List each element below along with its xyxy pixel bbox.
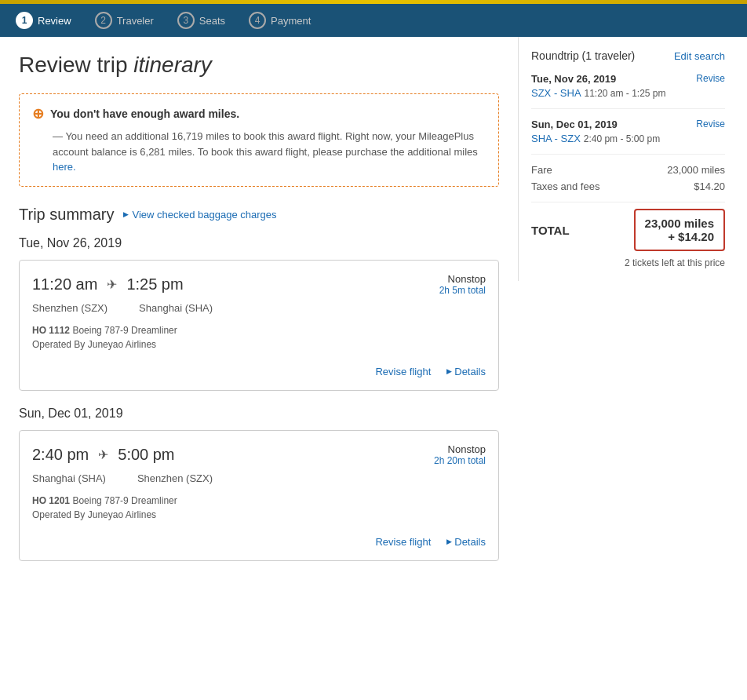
page-title: Review trip itinerary <box>19 53 499 78</box>
outbound-arrive-time: 1:25 pm <box>126 275 183 293</box>
left-content: Review trip itinerary ⊕ You don't have e… <box>0 37 518 592</box>
sidebar-return-revise[interactable]: Revise <box>696 118 725 129</box>
outbound-duration: 2h 5m total <box>439 285 486 296</box>
sidebar-return-time: 2:40 pm - 5:00 pm <box>584 133 660 144</box>
outbound-actions: Revise flight Details <box>32 366 486 377</box>
progress-bar: 1 Review 2 Traveler 3 Seats 4 Payment <box>0 4 747 37</box>
step-circle-3: 3 <box>177 12 195 29</box>
outbound-to-city: Shanghai (SHA) <box>139 302 213 314</box>
return-revise-link[interactable]: Revise flight <box>375 536 431 548</box>
step-seats[interactable]: 3 Seats <box>177 12 225 29</box>
outbound-flight-number: HO 1112 Boeing 787-9 Dreamliner <box>32 325 486 336</box>
edit-search-link[interactable]: Edit search <box>674 50 725 62</box>
sidebar-taxes-row: Taxes and fees $14.20 <box>531 180 725 192</box>
sidebar-trip-type: Roundtrip (1 traveler) <box>531 49 635 62</box>
alert-body: — You need an additional 16,719 miles to… <box>32 129 486 175</box>
return-details-link[interactable]: Details <box>446 536 486 548</box>
sidebar-outbound-time: 11:20 am - 1:25 pm <box>584 88 665 99</box>
sidebar-total-value: 23,000 miles + $14.20 <box>634 209 725 251</box>
return-to-city: Shenzhen (SZX) <box>137 472 213 484</box>
sidebar-tickets-left: 2 tickets left at this price <box>531 257 725 268</box>
return-airports: Shanghai (SHA) Shenzhen (SZX) <box>32 472 486 484</box>
return-arrow-icon: ✈ <box>98 447 108 462</box>
sidebar-fare-label: Fare <box>531 164 552 176</box>
main-layout: Review trip itinerary ⊕ You don't have e… <box>0 37 747 592</box>
step-review[interactable]: 1 Review <box>16 12 71 29</box>
sidebar-total-label: TOTAL <box>531 224 570 237</box>
return-depart-time: 2:40 pm <box>32 446 89 464</box>
trip-summary-title: Trip summary <box>19 206 114 224</box>
step-traveler[interactable]: 2 Traveler <box>95 12 154 29</box>
outbound-airports: Shenzhen (SZX) Shanghai (SHA) <box>32 302 486 314</box>
outbound-date-heading: Tue, Nov 26, 2019 <box>19 236 499 250</box>
step-payment[interactable]: 4 Payment <box>249 12 311 29</box>
baggage-link[interactable]: View checked baggage charges <box>123 209 276 221</box>
sidebar-header: Roundtrip (1 traveler) Edit search <box>531 49 725 62</box>
outbound-nonstop-label: Nonstop <box>439 273 486 285</box>
return-date-heading: Sun, Dec 01, 2019 <box>19 407 499 421</box>
alert-box: ⊕ You don't have enough award miles. — Y… <box>19 93 499 187</box>
outbound-revise-link[interactable]: Revise flight <box>375 366 431 377</box>
return-from-city: Shanghai (SHA) <box>32 472 106 484</box>
sidebar-fare-row: Fare 23,000 miles <box>531 164 725 176</box>
total-miles: 23,000 miles <box>645 217 714 230</box>
sidebar-outbound-flight: Revise Tue, Nov 26, 2019 SZX - SHA 11:20… <box>531 73 725 109</box>
alert-header: ⊕ You don't have enough award miles. <box>32 105 486 122</box>
sidebar-taxes-label: Taxes and fees <box>531 180 599 192</box>
return-duration: 2h 20m total <box>434 455 486 466</box>
warning-icon: ⊕ <box>32 105 44 122</box>
step-circle-1: 1 <box>16 12 33 29</box>
trip-summary-header: Trip summary View checked baggage charge… <box>19 206 499 224</box>
right-sidebar: Roundtrip (1 traveler) Edit search Revis… <box>518 37 738 281</box>
return-arrive-time: 5:00 pm <box>118 446 174 464</box>
outbound-arrow-icon: ✈ <box>107 277 117 292</box>
return-flight-card: 2:40 pm ✈ 5:00 pm Nonstop 2h 20m total S… <box>19 430 499 561</box>
outbound-flight-card: 11:20 am ✈ 1:25 pm Nonstop 2h 5m total S… <box>19 260 499 391</box>
outbound-flight-times: 11:20 am ✈ 1:25 pm Nonstop 2h 5m total <box>32 273 486 296</box>
return-operated-by: Operated By Juneyao Airlines <box>32 509 486 520</box>
alert-text: — You need an additional 16,719 miles to… <box>53 130 478 158</box>
sidebar-return-route: SHA - SZX <box>531 133 581 144</box>
outbound-operated-by: Operated By Juneyao Airlines <box>32 339 486 350</box>
alert-link[interactable]: here. <box>53 161 76 173</box>
sidebar-outbound-revise[interactable]: Revise <box>696 73 725 84</box>
step-label-review: Review <box>38 15 71 27</box>
step-circle-2: 2 <box>95 12 112 29</box>
step-label-traveler: Traveler <box>117 15 154 27</box>
return-nonstop-col: Nonstop 2h 20m total <box>434 443 486 466</box>
sidebar-total-row: TOTAL 23,000 miles + $14.20 <box>531 202 725 251</box>
step-label-seats: Seats <box>199 15 225 27</box>
step-circle-4: 4 <box>249 12 266 29</box>
sidebar-fare-value: 23,000 miles <box>667 164 725 176</box>
outbound-from-city: Shenzhen (SZX) <box>32 302 107 314</box>
sidebar-return-flight: Revise Sun, Dec 01, 2019 SHA - SZX 2:40 … <box>531 118 725 155</box>
alert-heading: You don't have enough award miles. <box>50 108 239 120</box>
return-actions: Revise flight Details <box>32 536 486 548</box>
outbound-details-link[interactable]: Details <box>446 366 486 377</box>
return-flight-number: HO 1201 Boeing 787-9 Dreamliner <box>32 495 486 506</box>
step-label-payment: Payment <box>271 15 311 27</box>
total-cash: + $14.20 <box>645 230 714 243</box>
outbound-nonstop-col: Nonstop 2h 5m total <box>439 273 486 296</box>
return-nonstop-label: Nonstop <box>434 443 486 455</box>
sidebar-taxes-value: $14.20 <box>694 180 725 192</box>
outbound-depart-time: 11:20 am <box>32 275 97 293</box>
return-flight-times: 2:40 pm ✈ 5:00 pm Nonstop 2h 20m total <box>32 443 486 466</box>
sidebar-outbound-route: SZX - SHA <box>531 87 581 99</box>
